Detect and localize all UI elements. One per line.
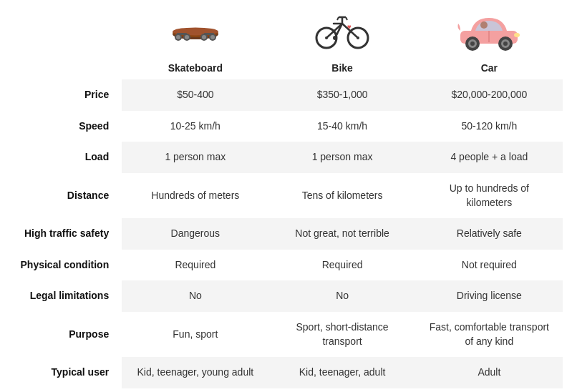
row-label: Speed [4, 111, 122, 142]
svg-point-34 [470, 41, 475, 46]
cell-value: Hundreds of meters [122, 173, 268, 218]
cell-value: 1 person max [268, 142, 415, 173]
cell-value: 1 person max [122, 142, 268, 173]
cell-value: $20,000-200,000 [416, 79, 563, 111]
table-row: Price$50-400$350-1,000$20,000-200,000 [4, 79, 563, 111]
svg-point-10 [202, 35, 206, 39]
row-label: Purpose [4, 312, 122, 357]
cell-value: Dangerous [122, 218, 268, 250]
table-row: PurposeFun, sportSport, short-distance t… [4, 312, 563, 357]
cell-value: Required [268, 250, 415, 281]
svg-point-12 [210, 35, 215, 39]
cell-value: 4 people + a load [416, 142, 563, 173]
row-label: Price [4, 79, 122, 111]
cell-value: No [122, 280, 268, 312]
row-label: Distance [4, 173, 122, 218]
cell-value: Driving license [416, 280, 563, 312]
skateboard-label: Skateboard [168, 62, 223, 74]
cell-value: Tens of kilometers [268, 173, 415, 218]
table-row: Legal limitationsNoNoDriving license [4, 280, 563, 312]
car-header: Car [416, 55, 563, 79]
svg-point-40 [480, 21, 488, 29]
cell-value: $350-1,000 [268, 79, 415, 111]
row-label: Load [4, 142, 122, 173]
svg-line-17 [326, 24, 342, 38]
svg-point-8 [185, 35, 189, 39]
bike-icon-cell: ♥ [268, 4, 415, 55]
table-row: DistanceHundreds of metersTens of kilome… [4, 173, 563, 218]
bike-icon: ♥ [314, 8, 371, 51]
empty-header [4, 55, 122, 79]
row-label: Typical user [4, 357, 122, 388]
cell-value: Fast, comfortable transport of any kind [416, 312, 563, 357]
skateboard-icon [167, 11, 224, 47]
skateboard-icon-cell [122, 4, 268, 55]
cell-value: No [268, 280, 415, 312]
row-label: Legal limitations [4, 280, 122, 312]
icon-row: ♥ [4, 4, 563, 55]
cell-value: Sport, short-distance transport [268, 312, 415, 357]
cell-value: Fun, sport [122, 312, 268, 357]
svg-line-25 [337, 17, 339, 20]
cell-value: 10-25 km/h [122, 111, 268, 142]
cell-value: Kid, teenager, young adult [122, 357, 268, 388]
svg-line-26 [346, 17, 347, 20]
cell-value: Relatively safe [416, 218, 563, 250]
table-row: Speed10-25 km/h15-40 km/h50-120 km/h [4, 111, 563, 142]
cell-value: Not required [416, 250, 563, 281]
empty-corner [4, 4, 122, 55]
table-row: Load1 person max1 person max4 people + a… [4, 142, 563, 173]
bike-header: Bike [268, 55, 415, 79]
bike-label: Bike [331, 62, 353, 74]
cell-value: Required [122, 250, 268, 281]
svg-point-38 [514, 33, 520, 37]
comparison-table: ♥ [4, 4, 563, 388]
cell-value: Adult [416, 357, 563, 388]
table-row: Physical conditionRequiredRequiredNot re… [4, 250, 563, 281]
svg-point-37 [503, 41, 508, 46]
row-label: High traffic safety [4, 218, 122, 250]
table-row: Typical userKid, teenager, young adultKi… [4, 357, 563, 388]
cell-value: Up to hundreds of kilometers [416, 173, 563, 218]
cell-value: Not great, not terrible [268, 218, 415, 250]
car-label: Car [481, 62, 498, 74]
svg-point-30 [333, 36, 337, 40]
svg-point-6 [176, 35, 180, 39]
cell-value: Kid, teenager, adult [268, 357, 415, 388]
row-label: Physical condition [4, 250, 122, 281]
table-row: High traffic safetyDangerousNot great, n… [4, 218, 563, 250]
skateboard-header: Skateboard [122, 55, 268, 79]
cell-value: $50-400 [122, 79, 268, 111]
table-body: Price$50-400$350-1,000$20,000-200,000Spe… [4, 79, 563, 388]
car-icon [457, 8, 521, 51]
cell-value: 15-40 km/h [268, 111, 415, 142]
column-header-row: Skateboard Bike Car [4, 55, 563, 79]
car-icon-cell [416, 4, 563, 55]
svg-text:♥: ♥ [347, 23, 352, 31]
cell-value: 50-120 km/h [416, 111, 563, 142]
